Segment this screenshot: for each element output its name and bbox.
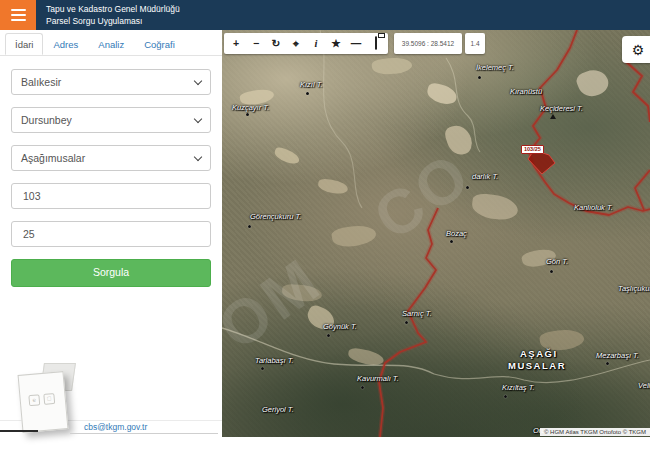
- district-select[interactable]: Dursunbey: [11, 107, 211, 133]
- terrain-patch: [347, 347, 385, 367]
- satellite-map[interactable]: CO OM 103/25: [222, 30, 650, 437]
- terrain-patch: [443, 122, 475, 158]
- layer-settings-button[interactable]: ⚙: [622, 36, 650, 63]
- sidebar-tabs: İdari Adres Analiz Coğrafi: [0, 30, 222, 56]
- locate-icon[interactable]: ⌖: [286, 33, 306, 54]
- chevron-down-icon: [194, 115, 202, 123]
- map-label: Sarnıç T.: [402, 309, 432, 318]
- query-submit-button[interactable]: Sorgula: [11, 259, 211, 287]
- map-attribution: © HGM Atlas TKGM Ortofoto © TKGM: [540, 428, 650, 436]
- hamburger-menu-button[interactable]: [0, 0, 36, 30]
- favorites-icon[interactable]: ★: [326, 33, 346, 54]
- terrain-patch: [574, 65, 612, 100]
- footer-dark-edge: [0, 430, 38, 432]
- map-label: Mezarbaşı T.: [596, 351, 639, 360]
- terrain-patch: [471, 193, 519, 222]
- parcel-field-wrap: [11, 221, 211, 247]
- map-label: Kıranüstü: [510, 87, 542, 96]
- map-marker-dot: [606, 362, 609, 365]
- map-label: Taşlıçukur T.: [618, 284, 650, 293]
- app-title: Tapu ve Kadastro Genel Müdürlüğü Parsel …: [36, 0, 180, 30]
- province-select-value: Balıkesir: [21, 76, 61, 88]
- query-form: Balıkesir Dursunbey Aşağımusalar Sorgula: [0, 56, 222, 287]
- map-label: Tarlabaşı T.: [255, 356, 294, 365]
- app-title-line1: Tapu ve Kadastro Genel Müdürlüğü: [46, 3, 180, 15]
- terrain-patch: [239, 87, 275, 108]
- zoom-in-icon[interactable]: +: [226, 33, 246, 54]
- map-marker-dot: [550, 270, 553, 273]
- print-icon[interactable]: [366, 33, 386, 54]
- tab-cografi[interactable]: Coğrafi: [134, 33, 185, 55]
- neighborhood-select[interactable]: Aşağımusalar: [11, 145, 211, 171]
- zoom-out-icon[interactable]: −: [246, 33, 266, 54]
- tab-analiz[interactable]: Analiz: [88, 33, 134, 55]
- terrain-patch: [281, 284, 322, 303]
- map-marker-dot: [248, 225, 251, 228]
- tkgm-logo: e□: [16, 363, 82, 435]
- map-marker-dot: [306, 92, 309, 95]
- map-label: Kanlıoluk T.: [574, 203, 613, 212]
- query-sidebar: İdari Adres Analiz Coğrafi Balıkesir Dur…: [0, 30, 222, 433]
- tab-idari[interactable]: İdari: [5, 33, 43, 55]
- province-select[interactable]: Balıkesir: [11, 69, 211, 95]
- block-number-input[interactable]: [21, 189, 201, 203]
- map-marker-triangle: [550, 114, 556, 119]
- footer-thin-line: [70, 433, 218, 434]
- map-marker-dot: [478, 76, 481, 79]
- parcel-label-badge: 103/25: [521, 145, 544, 154]
- neighborhood-select-value: Aşağımusalar: [21, 152, 85, 164]
- terrain-patch: [521, 246, 558, 270]
- map-label: Bozaç: [446, 229, 467, 238]
- map-label-village: MUSALAR: [508, 360, 566, 371]
- map-label: Kızıl T.: [300, 80, 323, 89]
- terrain-patch: [425, 82, 458, 107]
- terrain-patch: [371, 56, 412, 76]
- cursor-coordinates: 39.5096 : 28.5412: [394, 33, 462, 54]
- map-label: İkelemeç T.: [476, 63, 514, 72]
- parcel-number-input[interactable]: [21, 227, 201, 241]
- contact-email-link[interactable]: cbs@tkgm.gov.tr: [84, 422, 147, 432]
- map-marker-dot: [466, 186, 469, 189]
- watermark-text: OM: [222, 243, 334, 363]
- chevron-down-icon: [194, 77, 202, 85]
- watermark-text: CO: [361, 137, 484, 253]
- map-label: Görençukuru T.: [250, 212, 301, 221]
- map-marker-dot: [261, 367, 264, 370]
- block-field-wrap: [11, 183, 211, 209]
- map-scale-value: 1.4: [465, 33, 485, 54]
- map-label: Geriyol T.: [262, 405, 294, 414]
- terrain-patch: [273, 146, 302, 166]
- terrain-patch: [304, 303, 338, 333]
- info-icon[interactable]: i: [306, 33, 326, 54]
- tab-adres[interactable]: Adres: [43, 33, 88, 55]
- map-toolbar: + − ↻ ⌖ i ★ —: [224, 33, 388, 54]
- map-label: Keçideresi T.: [540, 104, 583, 113]
- top-header-bar: Tapu ve Kadastro Genel Müdürlüğü Parsel …: [0, 0, 650, 30]
- district-select-value: Dursunbey: [21, 114, 72, 126]
- terrain-patch: [317, 178, 349, 195]
- gear-icon: ⚙: [632, 42, 645, 58]
- refresh-icon[interactable]: ↻: [266, 33, 286, 54]
- map-label: darlık T.: [472, 172, 498, 181]
- map-marker-dot: [450, 240, 453, 243]
- map-marker-dot: [405, 321, 408, 324]
- map-marker-dot: [504, 395, 507, 398]
- parcel-query-app: Tapu ve Kadastro Genel Müdürlüğü Parsel …: [0, 0, 650, 462]
- map-label: Veli: [638, 381, 650, 390]
- map-marker-dot: [246, 113, 249, 116]
- chevron-down-icon: [194, 153, 202, 161]
- map-label: Kızıltaş T.: [502, 383, 535, 392]
- map-label: Kavurmalı T.: [357, 374, 399, 383]
- map-marker-dot: [361, 386, 364, 389]
- map-marker-dot: [327, 334, 330, 337]
- hamburger-icon: [11, 9, 26, 11]
- terrain-patch: [331, 222, 378, 249]
- app-title-line2: Parsel Sorgu Uygulaması: [46, 15, 180, 27]
- terrain-patch: [539, 327, 585, 353]
- measure-icon[interactable]: —: [346, 33, 366, 54]
